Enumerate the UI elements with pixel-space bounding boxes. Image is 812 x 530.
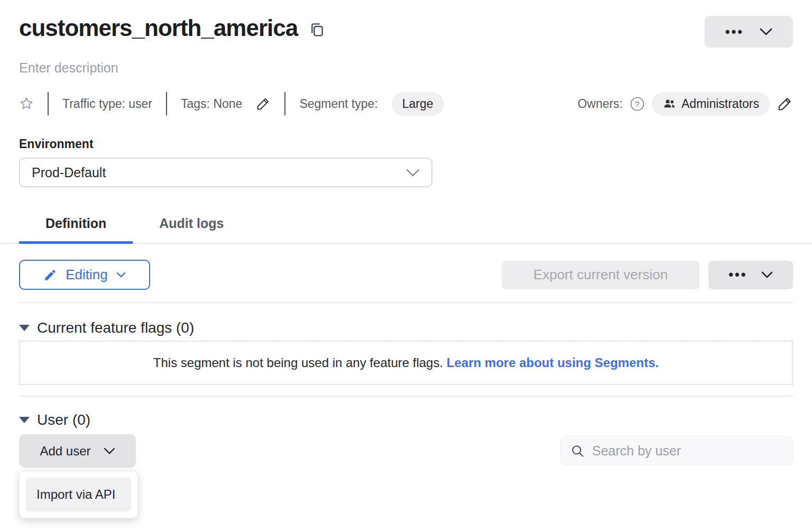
separator (166, 92, 167, 115)
chevron-down-icon (760, 28, 772, 35)
edit-owners-pencil-icon[interactable] (777, 96, 793, 112)
header: customers_north_america ••• (19, 14, 793, 48)
divider (19, 396, 793, 397)
description-placeholder[interactable]: Enter description (19, 60, 793, 76)
search-input[interactable] (592, 443, 783, 459)
segment-type-label: Segment type: (299, 97, 377, 111)
people-icon (662, 97, 676, 110)
copy-icon[interactable] (308, 21, 325, 39)
svg-text:?: ? (635, 99, 639, 108)
chevron-down-icon (104, 447, 115, 454)
add-user-label: Add user (40, 444, 90, 459)
user-heading: User (0) (37, 412, 90, 428)
help-icon[interactable]: ? (630, 97, 644, 111)
collapse-triangle-icon (19, 417, 30, 423)
environment-selected-value: Prod-Default (32, 165, 106, 180)
header-more-button[interactable]: ••• (705, 16, 793, 48)
learn-more-link[interactable]: Learn more about using Segments. (447, 355, 659, 370)
segment-type-badge: Large (392, 92, 444, 116)
editing-status-button[interactable]: Editing (19, 260, 150, 290)
toolbar-more-button[interactable]: ••• (708, 261, 793, 289)
meta-row: Traffic type: user Tags: None Segment ty… (19, 92, 793, 116)
environment-label: Environment (19, 137, 793, 151)
separator (284, 92, 285, 115)
definition-toolbar: Editing Export current version ••• (19, 260, 793, 290)
tags-label: Tags: None (181, 97, 242, 111)
editing-label: Editing (66, 267, 108, 283)
tab-bar: Definition Audit logs (0, 209, 812, 244)
user-toolbar: Add user Import via API (19, 434, 793, 468)
menu-item-import-via-api[interactable]: Import via API (26, 478, 131, 511)
pencil-icon (43, 268, 57, 282)
search-icon (570, 444, 585, 458)
star-icon[interactable] (19, 96, 34, 111)
add-user-button[interactable]: Add user (19, 434, 136, 468)
export-current-version-button[interactable]: Export current version (502, 261, 699, 289)
feature-flags-heading: Current feature flags (0) (37, 319, 194, 336)
ellipsis-icon: ••• (725, 25, 744, 39)
chevron-down-icon (116, 272, 126, 278)
tab-definition[interactable]: Definition (19, 209, 133, 243)
user-search-field[interactable] (560, 436, 793, 465)
feature-flags-section-header[interactable]: Current feature flags (0) (19, 319, 793, 336)
segment-detail-page: customers_north_america ••• Enter descri… (0, 0, 812, 468)
page-title: customers_north_america (19, 14, 298, 42)
traffic-type-label: Traffic type: user (62, 97, 152, 111)
owners-badge[interactable]: Administrators (652, 92, 770, 116)
owners-label: Owners: (577, 97, 623, 111)
chevron-down-icon (406, 169, 420, 177)
feature-flags-empty-state: This segment is not being used in any fe… (19, 341, 793, 385)
divider (19, 302, 793, 303)
ellipsis-icon: ••• (728, 268, 747, 281)
edit-tags-pencil-icon[interactable] (256, 96, 271, 111)
separator (48, 92, 49, 115)
owners-value: Administrators (681, 97, 759, 111)
user-section-header[interactable]: User (0) (19, 412, 793, 428)
tab-audit-logs[interactable]: Audit logs (133, 209, 250, 243)
environment-select[interactable]: Prod-Default (19, 158, 432, 187)
add-user-dropdown-menu: Import via API (19, 471, 138, 518)
empty-state-message: This segment is not being used in any fe… (153, 355, 659, 370)
chevron-down-icon (761, 271, 773, 278)
collapse-triangle-icon (19, 325, 30, 331)
